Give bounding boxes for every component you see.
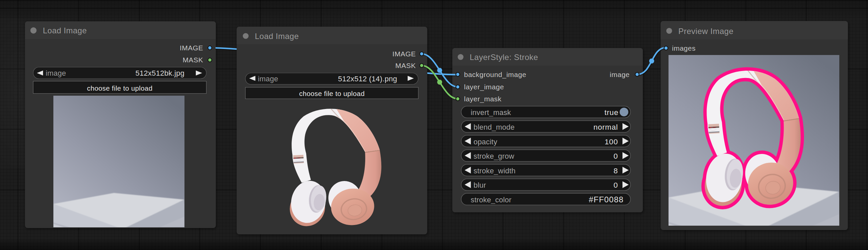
svg-text:layer_mask: layer_mask xyxy=(464,95,501,103)
svg-text:layer_image: layer_image xyxy=(464,83,504,91)
svg-text:IMAGE: IMAGE xyxy=(180,44,203,52)
svg-text:choose file to upload: choose file to upload xyxy=(87,84,152,92)
svg-text:8: 8 xyxy=(614,167,618,175)
svg-text:Load Image: Load Image xyxy=(43,26,87,35)
svg-text:100: 100 xyxy=(605,138,618,146)
svg-text:#FF0088: #FF0088 xyxy=(589,195,623,204)
svg-text:images: images xyxy=(672,44,696,52)
svg-text:Preview Image: Preview Image xyxy=(679,27,734,36)
svg-text:Load Image: Load Image xyxy=(255,32,299,41)
svg-text:stroke_grow: stroke_grow xyxy=(474,152,515,160)
svg-text:image: image xyxy=(610,71,630,78)
svg-text:IMAGE: IMAGE xyxy=(392,50,416,58)
svg-text:stroke_width: stroke_width xyxy=(474,167,516,175)
svg-text:choose file to upload: choose file to upload xyxy=(299,90,365,97)
svg-text:stroke_color: stroke_color xyxy=(471,196,512,204)
svg-text:MASK: MASK xyxy=(183,56,203,64)
svg-text:normal: normal xyxy=(593,123,618,131)
svg-text:invert_mask: invert_mask xyxy=(471,108,512,117)
svg-text:MASK: MASK xyxy=(395,62,416,69)
svg-text:background_image: background_image xyxy=(464,71,526,79)
svg-text:blend_mode: blend_mode xyxy=(474,123,515,131)
svg-text:0: 0 xyxy=(614,152,618,160)
svg-text:blur: blur xyxy=(474,181,486,189)
svg-text:image: image xyxy=(258,75,278,83)
svg-text:true: true xyxy=(604,108,618,117)
svg-text:512x512 (14).png: 512x512 (14).png xyxy=(338,75,397,83)
svg-text:image: image xyxy=(46,69,66,77)
svg-text:0: 0 xyxy=(614,181,618,189)
svg-text:LayerStyle: Stroke: LayerStyle: Stroke xyxy=(470,53,538,62)
svg-text:512x512bk.jpg: 512x512bk.jpg xyxy=(135,69,184,77)
svg-text:opacity: opacity xyxy=(474,138,497,146)
